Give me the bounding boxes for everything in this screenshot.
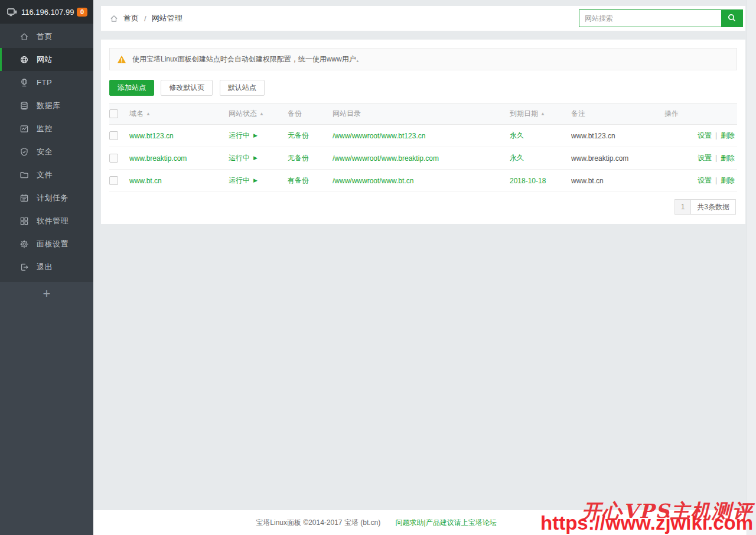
- sidebar-item-label: 安全: [37, 147, 53, 157]
- topbar: 首页 / 网站管理: [101, 6, 745, 31]
- add-site-button[interactable]: 添加站点: [109, 80, 154, 96]
- home-icon: [19, 32, 29, 41]
- remark-text: www.bt123.cn: [571, 132, 615, 140]
- breadcrumb: 首页 / 网站管理: [109, 13, 183, 24]
- footer-forum-link[interactable]: 问题求助|产品建议请上宝塔论坛: [396, 518, 497, 527]
- table-row: www.breaktip.com 运行中▶ 无备份 /www/wwwroot/w…: [109, 147, 737, 170]
- folder-icon: [19, 170, 29, 180]
- action-separator: |: [715, 176, 717, 184]
- sidebar-item-cron[interactable]: 计划任务: [0, 186, 93, 209]
- row-checkbox[interactable]: [109, 131, 118, 140]
- message-count-badge[interactable]: 0: [77, 8, 87, 17]
- play-icon: ▶: [253, 132, 258, 138]
- search-input[interactable]: [579, 10, 721, 27]
- select-all-checkbox[interactable]: [109, 109, 118, 118]
- page-number[interactable]: 1: [674, 199, 692, 215]
- sidebar-item-label: 面板设置: [37, 239, 69, 249]
- sidebar-item-config[interactable]: 面板设置: [0, 232, 93, 255]
- sidebar-item-label: 首页: [37, 31, 53, 42]
- info-alert: 使用宝塔Linux面板创建站点时会自动创建权限配置，统一使用www用户。: [109, 48, 737, 70]
- site-path-link[interactable]: /www/wwwroot/www.bt123.cn: [333, 132, 425, 140]
- column-header-remark: 备注: [571, 103, 664, 125]
- sidebar: 116.196.107.99 0 首页 网站 FTP 数据库 监控 安全: [0, 0, 93, 535]
- expire-date[interactable]: 永久: [510, 154, 524, 162]
- sidebar-item-ftp[interactable]: FTP: [0, 71, 93, 94]
- monitor-icon: [19, 124, 29, 134]
- site-status[interactable]: 运行中▶: [229, 176, 258, 184]
- expire-date[interactable]: 永久: [510, 131, 524, 140]
- alert-text: 使用宝塔Linux面板创建站点时会自动创建权限配置，统一使用www用户。: [132, 54, 363, 64]
- play-icon: ▶: [253, 155, 258, 161]
- site-status[interactable]: 运行中▶: [229, 154, 258, 162]
- domain-link[interactable]: www.bt.cn: [129, 177, 162, 185]
- warning-icon: [117, 55, 126, 64]
- home-icon[interactable]: [109, 14, 119, 23]
- row-checkbox[interactable]: [109, 154, 118, 163]
- column-header-domain[interactable]: 域名▲: [129, 103, 229, 125]
- backup-link[interactable]: 有备份: [288, 176, 309, 184]
- action-separator: |: [715, 154, 717, 162]
- column-header-path: 网站目录: [333, 103, 510, 125]
- sidebar-header: 116.196.107.99 0: [0, 0, 93, 24]
- settings-link[interactable]: 设置: [698, 131, 712, 140]
- remark-text: www.bt.cn: [571, 177, 604, 185]
- sidebar-menu: 首页 网站 FTP 数据库 监控 安全 文件 计划任务: [0, 24, 93, 282]
- sidebar-item-logout[interactable]: 退出: [0, 255, 93, 278]
- breadcrumb-separator: /: [144, 14, 146, 23]
- domain-link[interactable]: www.bt123.cn: [129, 132, 174, 140]
- default-site-button[interactable]: 默认站点: [220, 80, 265, 96]
- sidebar-item-soft[interactable]: 软件管理: [0, 209, 93, 232]
- table-body: www.bt123.cn 运行中▶ 无备份 /www/wwwroot/www.b…: [109, 125, 737, 192]
- delete-link[interactable]: 删除: [721, 176, 735, 184]
- delete-link[interactable]: 删除: [721, 131, 735, 140]
- site-path-link[interactable]: /www/wwwroot/www.bt.cn: [333, 177, 413, 185]
- main-area: 首页 / 网站管理: [93, 0, 756, 535]
- backup-link[interactable]: 无备份: [288, 154, 309, 162]
- app-window: 116.196.107.99 0 首页 网站 FTP 数据库 监控 安全: [0, 0, 756, 535]
- sidebar-add-button[interactable]: +: [31, 284, 63, 303]
- action-separator: |: [715, 131, 717, 140]
- modify-default-page-button[interactable]: 修改默认页: [161, 80, 213, 96]
- sidebar-item-label: 文件: [37, 170, 53, 180]
- toolbar: 添加站点 修改默认页 默认站点: [109, 80, 737, 96]
- site-status[interactable]: 运行中▶: [229, 131, 258, 140]
- server-monitor-icon: [7, 8, 17, 17]
- remark-text: www.breaktip.com: [571, 154, 628, 163]
- sidebar-item-home[interactable]: 首页: [0, 25, 93, 48]
- column-header-status[interactable]: 网站状态▲: [229, 103, 288, 125]
- sidebar-item-label: 计划任务: [37, 193, 69, 203]
- site-path-link[interactable]: /www/wwwroot/www.breaktip.com: [333, 154, 439, 163]
- expire-date[interactable]: 2018-10-18: [510, 177, 546, 185]
- sidebar-item-label: 退出: [37, 262, 53, 273]
- column-header-expire[interactable]: 到期日期▲: [510, 103, 571, 125]
- settings-link[interactable]: 设置: [698, 154, 712, 162]
- globe-icon: [19, 55, 29, 64]
- grid-icon: [19, 216, 29, 226]
- site-manage-card: 使用宝塔Linux面板创建站点时会自动创建权限配置，统一使用www用户。 添加站…: [101, 40, 745, 224]
- settings-link[interactable]: 设置: [698, 176, 712, 184]
- search-icon: [727, 13, 737, 24]
- table-row: www.bt.cn 运行中▶ 有备份 /www/wwwroot/www.bt.c…: [109, 170, 737, 192]
- database-icon: [19, 101, 29, 111]
- gear-icon: [19, 239, 29, 249]
- row-checkbox[interactable]: [109, 176, 118, 185]
- sidebar-item-label: 软件管理: [37, 216, 69, 226]
- domain-link[interactable]: www.breaktip.com: [129, 154, 187, 163]
- breadcrumb-current: 网站管理: [152, 13, 183, 24]
- pagination: 1 共3条数据: [109, 199, 736, 215]
- sort-asc-icon: ▲: [259, 111, 264, 116]
- sidebar-item-database[interactable]: 数据库: [0, 94, 93, 117]
- sidebar-item-monitor[interactable]: 监控: [0, 117, 93, 140]
- delete-link[interactable]: 删除: [721, 154, 735, 162]
- sidebar-item-label: 监控: [37, 124, 53, 134]
- scrollbar[interactable]: [747, 0, 756, 535]
- backup-link[interactable]: 无备份: [288, 131, 309, 140]
- search-button[interactable]: [721, 10, 742, 27]
- sidebar-item-security[interactable]: 安全: [0, 140, 93, 163]
- breadcrumb-home[interactable]: 首页: [123, 13, 139, 24]
- sidebar-item-files[interactable]: 文件: [0, 163, 93, 186]
- column-header-action: 操作: [664, 103, 737, 125]
- sidebar-bottom: +: [0, 282, 93, 535]
- sidebar-item-site[interactable]: 网站: [0, 48, 93, 71]
- ftp-icon: [19, 78, 29, 87]
